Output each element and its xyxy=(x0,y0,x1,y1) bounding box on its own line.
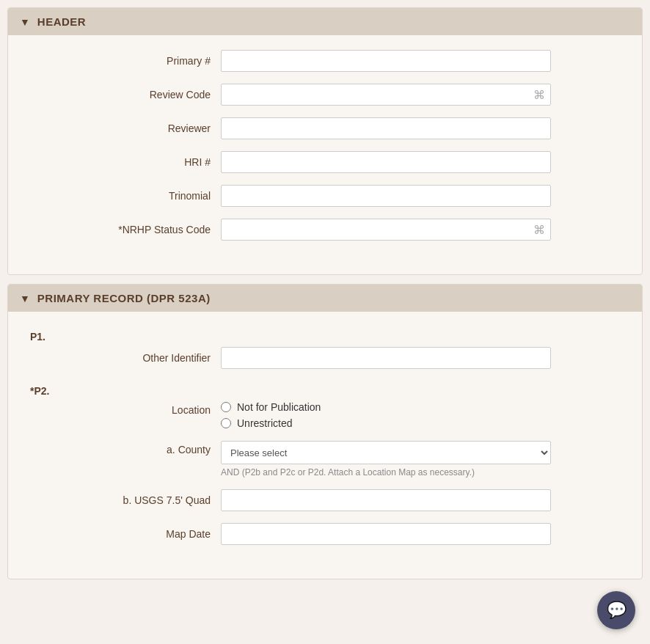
primary-record-section-body: P1. Other Identifier *P2. Location Not f… xyxy=(8,312,642,579)
nrhp-status-code-row: *NRHP Status Code ⌘ xyxy=(30,219,620,241)
location-unrestricted-option[interactable]: Unrestricted xyxy=(221,417,551,429)
other-identifier-label: Other Identifier xyxy=(30,352,221,364)
location-unrestricted-radio[interactable] xyxy=(221,418,231,428)
nrhp-status-code-input-wrapper: ⌘ xyxy=(221,219,551,241)
hri-number-input[interactable] xyxy=(221,151,551,173)
other-identifier-row: Other Identifier xyxy=(30,347,620,369)
primary-record-section-title: PRIMARY RECORD (DPR 523A) xyxy=(37,292,211,304)
location-not-for-publication-label: Not for Publication xyxy=(237,401,321,413)
chat-button[interactable]: 💬 xyxy=(597,591,635,629)
other-identifier-input[interactable] xyxy=(221,347,551,369)
header-section-title: HEADER xyxy=(37,15,86,28)
p2-label: *P2. xyxy=(30,381,620,401)
location-label: Location xyxy=(30,401,221,416)
primary-record-section: ▼ PRIMARY RECORD (DPR 523A) P1. Other Id… xyxy=(7,284,643,579)
reviewer-input[interactable] xyxy=(221,117,551,139)
primary-number-label: Primary # xyxy=(30,55,221,67)
review-code-row: Review Code ⌘ xyxy=(30,84,620,106)
usgs-quad-label: b. USGS 7.5' Quad xyxy=(30,494,221,506)
nrhp-status-code-input[interactable] xyxy=(221,219,551,241)
usgs-quad-row: b. USGS 7.5' Quad xyxy=(30,489,620,511)
header-section-body: Primary # Review Code ⌘ Reviewer HRI # xyxy=(8,35,642,274)
county-label: a. County xyxy=(30,441,221,455)
county-select[interactable]: Please select xyxy=(221,441,551,464)
hri-number-label: HRI # xyxy=(30,156,221,168)
county-content: Please select AND (P2b and P2c or P2d. A… xyxy=(221,441,551,477)
hri-number-row: HRI # xyxy=(30,151,620,173)
map-date-input[interactable] xyxy=(221,523,551,545)
reviewer-label: Reviewer xyxy=(30,122,221,134)
review-code-input-wrapper: ⌘ xyxy=(221,84,551,106)
primary-record-section-header[interactable]: ▼ PRIMARY RECORD (DPR 523A) xyxy=(8,285,642,312)
location-unrestricted-label: Unrestricted xyxy=(237,417,292,429)
chat-button-icon: 💬 xyxy=(607,601,627,620)
map-date-row: Map Date xyxy=(30,523,620,545)
reviewer-row: Reviewer xyxy=(30,117,620,139)
location-radio-group: Not for Publication Unrestricted xyxy=(221,401,551,429)
location-row: Location Not for Publication Unrestricte… xyxy=(30,401,620,429)
header-chevron-icon: ▼ xyxy=(20,16,30,28)
location-not-for-publication-radio[interactable] xyxy=(221,402,231,412)
county-helper-text: AND (P2b and P2c or P2d. Attach a Locati… xyxy=(221,467,551,477)
location-not-for-publication-option[interactable]: Not for Publication xyxy=(221,401,551,413)
p1-label: P1. xyxy=(30,326,620,347)
review-code-label: Review Code xyxy=(30,89,221,100)
primary-number-input[interactable] xyxy=(221,50,551,72)
primary-number-row: Primary # xyxy=(30,50,620,72)
review-code-input[interactable] xyxy=(221,84,551,106)
primary-record-chevron-icon: ▼ xyxy=(20,293,30,304)
header-section-header[interactable]: ▼ HEADER xyxy=(8,8,642,35)
trinomial-row: Trinomial xyxy=(30,185,620,207)
nrhp-status-code-label: *NRHP Status Code xyxy=(30,224,221,235)
review-code-lookup-icon[interactable]: ⌘ xyxy=(533,88,545,102)
usgs-quad-input[interactable] xyxy=(221,489,551,511)
trinomial-input[interactable] xyxy=(221,185,551,207)
map-date-label: Map Date xyxy=(30,528,221,540)
trinomial-label: Trinomial xyxy=(30,190,221,202)
county-row: a. County Please select AND (P2b and P2c… xyxy=(30,441,620,477)
header-section: ▼ HEADER Primary # Review Code ⌘ Reviewe… xyxy=(7,7,643,275)
nrhp-status-code-lookup-icon[interactable]: ⌘ xyxy=(533,223,545,237)
